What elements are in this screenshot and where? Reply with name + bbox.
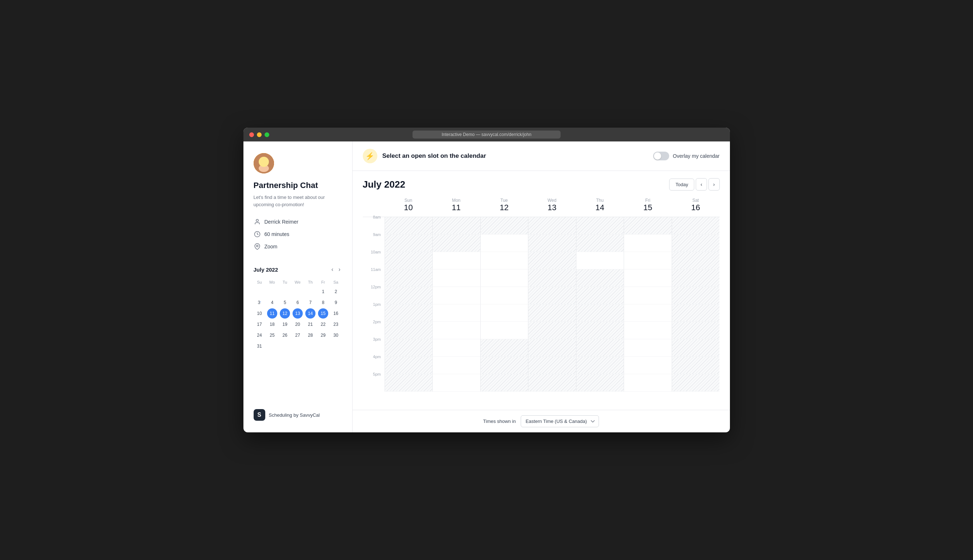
mini-cal-day[interactable]: 10 bbox=[254, 308, 265, 318]
cal-cell bbox=[672, 270, 720, 287]
mini-cal-day[interactable]: 22 bbox=[318, 319, 328, 330]
mini-cal-day[interactable]: 12 bbox=[280, 308, 290, 318]
cal-cell bbox=[528, 287, 576, 304]
mini-cal-day[interactable]: 13 bbox=[292, 308, 303, 318]
mini-cal-day[interactable]: 15 bbox=[318, 308, 328, 318]
mini-cal-day[interactable]: 26 bbox=[280, 330, 290, 340]
cal-cell[interactable] bbox=[432, 287, 480, 304]
cal-cell[interactable] bbox=[432, 374, 480, 392]
day-num: 10 bbox=[385, 203, 433, 212]
overlay-switch[interactable] bbox=[653, 152, 669, 160]
svg-point-3 bbox=[260, 158, 267, 164]
mini-cal-day[interactable]: 18 bbox=[267, 319, 277, 330]
time-label-5pm: 5pm bbox=[363, 372, 385, 390]
mini-cal-day[interactable]: 30 bbox=[331, 330, 341, 340]
cal-day-header-fri: Fri 15 bbox=[624, 195, 672, 217]
cal-cell[interactable] bbox=[432, 339, 480, 357]
mini-cal-day[interactable]: 21 bbox=[305, 319, 315, 330]
day-name: Sat bbox=[672, 198, 720, 203]
host-info: Derrick Reimer bbox=[254, 218, 342, 225]
cal-cell[interactable] bbox=[480, 322, 528, 339]
cal-cell[interactable] bbox=[432, 252, 480, 270]
mini-cal-day[interactable]: 25 bbox=[267, 330, 277, 340]
mini-cal-day[interactable]: 27 bbox=[292, 330, 303, 340]
mini-cal-day[interactable]: 7 bbox=[305, 297, 315, 308]
mini-cal-day[interactable]: 3 bbox=[254, 297, 265, 308]
mini-cal-day[interactable]: 17 bbox=[254, 319, 265, 330]
next-week-button[interactable]: › bbox=[708, 178, 720, 190]
cal-cell[interactable] bbox=[432, 304, 480, 322]
cal-cell[interactable] bbox=[480, 252, 528, 270]
cal-cell bbox=[480, 357, 528, 374]
cal-cell[interactable] bbox=[432, 270, 480, 287]
cal-cell bbox=[672, 235, 720, 252]
cal-cell bbox=[576, 235, 624, 252]
cal-cell[interactable] bbox=[624, 374, 672, 392]
mini-cal-day[interactable]: 24 bbox=[254, 330, 265, 340]
mini-cal-day[interactable]: 19 bbox=[280, 319, 290, 330]
cal-header: July 2022 Today ‹ › bbox=[352, 171, 730, 195]
mini-cal-next[interactable]: › bbox=[337, 265, 342, 273]
cal-cell[interactable] bbox=[432, 357, 480, 374]
cal-cell[interactable] bbox=[624, 322, 672, 339]
cal-cell[interactable] bbox=[480, 235, 528, 252]
mini-cal-prev[interactable]: ‹ bbox=[330, 265, 335, 273]
cal-cell[interactable] bbox=[432, 322, 480, 339]
mini-cal-day[interactable]: 29 bbox=[318, 330, 328, 340]
cal-cell[interactable] bbox=[576, 252, 624, 270]
mini-cal-header: July 2022 ‹ › bbox=[254, 265, 342, 273]
mini-cal-day[interactable]: 11 bbox=[267, 308, 277, 318]
minimize-button[interactable] bbox=[257, 132, 262, 137]
mini-cal-day[interactable]: 28 bbox=[305, 330, 315, 340]
cal-cell bbox=[672, 304, 720, 322]
time-label-1pm: 1pm bbox=[363, 302, 385, 320]
mini-cal-day[interactable]: 9 bbox=[331, 297, 341, 308]
close-button[interactable] bbox=[249, 132, 254, 137]
cal-cell[interactable] bbox=[480, 287, 528, 304]
mini-cal-day[interactable]: 1 bbox=[318, 287, 328, 297]
mini-cal-day[interactable]: 23 bbox=[331, 319, 341, 330]
maximize-button[interactable] bbox=[265, 132, 269, 137]
cal-cell[interactable] bbox=[624, 235, 672, 252]
mini-cal-day[interactable]: 5 bbox=[280, 297, 290, 308]
prev-week-button[interactable]: ‹ bbox=[696, 178, 707, 190]
mini-cal-day[interactable]: 2 bbox=[331, 287, 341, 297]
cal-cell bbox=[576, 217, 624, 235]
cal-cell[interactable] bbox=[624, 270, 672, 287]
cal-cell bbox=[528, 339, 576, 357]
mini-cal-day[interactable]: 20 bbox=[292, 319, 303, 330]
mini-cal-day[interactable]: 4 bbox=[267, 297, 277, 308]
time-label-12pm: 12pm bbox=[363, 285, 385, 302]
cal-cell bbox=[385, 304, 433, 322]
url-bar[interactable]: Interactive Demo — savvycal.com/derrick/… bbox=[413, 130, 561, 138]
clock-icon bbox=[254, 230, 261, 238]
mini-cal-day[interactable]: 14 bbox=[305, 308, 315, 318]
cal-cell bbox=[672, 217, 720, 235]
meeting-desc: Let's find a time to meet about our upco… bbox=[254, 194, 342, 208]
cal-cell bbox=[528, 235, 576, 252]
mini-cal-day bbox=[267, 287, 277, 297]
cal-day-header-tue: Tue 12 bbox=[480, 195, 528, 217]
day-name: Mon bbox=[432, 198, 480, 203]
svg-point-2 bbox=[259, 165, 269, 172]
svg-point-4 bbox=[256, 219, 258, 222]
host-name: Derrick Reimer bbox=[265, 219, 299, 225]
timezone-select[interactable]: Eastern Time (US & Canada) Central Time … bbox=[521, 415, 599, 427]
cal-cell bbox=[672, 374, 720, 392]
mini-cal-day[interactable]: 8 bbox=[318, 297, 328, 308]
cal-cell[interactable] bbox=[624, 339, 672, 357]
cal-cell[interactable] bbox=[624, 304, 672, 322]
today-button[interactable]: Today bbox=[669, 178, 694, 190]
mini-cal-day[interactable]: 6 bbox=[292, 297, 303, 308]
mini-cal-day[interactable]: 31 bbox=[254, 341, 265, 351]
cal-cell[interactable] bbox=[624, 252, 672, 270]
cal-cell[interactable] bbox=[480, 304, 528, 322]
cal-cell[interactable] bbox=[624, 357, 672, 374]
cal-cell bbox=[528, 304, 576, 322]
mini-cal-day bbox=[280, 341, 290, 351]
mini-cal-day[interactable]: 16 bbox=[331, 308, 341, 318]
cal-cell bbox=[385, 322, 433, 339]
cal-cell[interactable] bbox=[480, 270, 528, 287]
cal-time-grid: 8am9am10am11am12pm1pm2pm3pm4pm5pm bbox=[363, 217, 720, 392]
cal-cell[interactable] bbox=[624, 287, 672, 304]
